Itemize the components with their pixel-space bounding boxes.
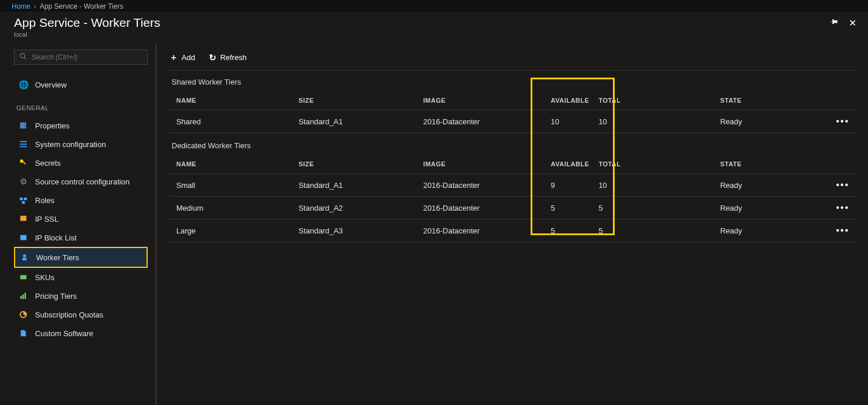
col-available[interactable]: AVAILABLE: [546, 155, 594, 174]
cell-available: 9: [546, 174, 594, 197]
svg-rect-18: [20, 296, 22, 299]
col-image[interactable]: IMAGE: [419, 155, 546, 174]
search-input[interactable]: [32, 53, 142, 61]
sku-icon: [19, 273, 28, 282]
cell-image: 2016-Datacenter: [419, 174, 546, 197]
svg-point-0: [20, 54, 25, 58]
quota-icon: [19, 310, 28, 319]
sidebar-item-overview[interactable]: 🌐 Overview: [14, 75, 148, 94]
table-row[interactable]: LargeStandard_A32016-Datacenter55Ready••…: [169, 219, 857, 242]
software-icon: [19, 329, 28, 338]
svg-rect-6: [20, 144, 27, 145]
row-menu-button[interactable]: •••: [836, 116, 849, 126]
sidebar-item-pricing[interactable]: Pricing Tiers: [14, 287, 148, 305]
roles-icon: [19, 195, 28, 205]
sidebar-item-custom-software[interactable]: Custom Software: [14, 324, 148, 343]
sidebar-item-secrets[interactable]: Secrets: [14, 153, 148, 172]
col-total[interactable]: TOTAL: [594, 155, 715, 174]
dedicated-table: NAME SIZE IMAGE AVAILABLE TOTAL STATE Sm…: [169, 155, 857, 242]
cell-image: 2016-Datacenter: [419, 110, 546, 133]
row-menu-button[interactable]: •••: [836, 225, 849, 235]
svg-rect-14: [20, 235, 27, 240]
cell-size: Standard_A1: [294, 110, 419, 133]
sidebar-item-label: SKUs: [35, 273, 54, 282]
search-input-wrap[interactable]: [14, 50, 148, 65]
cell-available: 5: [546, 197, 594, 219]
sidebar-item-ip-block[interactable]: IP Block List: [14, 228, 148, 247]
svg-rect-4: [25, 123, 26, 129]
col-size[interactable]: SIZE: [294, 155, 419, 174]
sidebar-item-label: Worker Tiers: [36, 253, 79, 262]
sidebar-item-label: Properties: [35, 121, 69, 130]
dedicated-section-title: Dedicated Worker Tiers: [172, 141, 857, 150]
row-menu-button[interactable]: •••: [836, 202, 849, 212]
breadcrumb-home[interactable]: Home: [12, 2, 30, 11]
col-state[interactable]: STATE: [716, 91, 831, 110]
sidebar-item-label: IP SSL: [35, 215, 58, 224]
cell-name: Small: [169, 174, 294, 197]
pin-icon[interactable]: [830, 18, 838, 28]
svg-point-15: [23, 254, 26, 257]
sidebar-item-label: Subscription Quotas: [35, 310, 103, 319]
sidebar-item-worker-tiers[interactable]: Worker Tiers: [14, 247, 148, 268]
sidebar-item-system-config[interactable]: System configuration: [14, 135, 148, 153]
cell-state: Ready: [716, 174, 831, 197]
sidebar-item-label: Roles: [35, 196, 54, 205]
cell-name: Shared: [169, 110, 294, 133]
add-button[interactable]: ＋ Add: [169, 52, 195, 63]
cell-total: 5: [594, 219, 715, 242]
block-list-icon: [19, 233, 28, 242]
cell-total: 10: [594, 110, 715, 133]
col-name[interactable]: NAME: [169, 91, 294, 110]
sidebar-item-label: Secrets: [35, 159, 61, 167]
table-row[interactable]: MediumStandard_A22016-Datacenter55Ready•…: [169, 197, 857, 219]
chevron-right-icon: ›: [34, 2, 36, 11]
sidebar-item-source-control[interactable]: ⚙ Source control configuration: [14, 172, 148, 191]
col-total[interactable]: TOTAL: [594, 91, 715, 110]
search-icon: [19, 53, 27, 62]
sidebar-item-skus[interactable]: SKUs: [14, 268, 148, 287]
certificate-icon: [19, 214, 28, 224]
sidebar-item-label: Custom Software: [35, 329, 93, 338]
svg-rect-3: [22, 123, 24, 129]
table-row[interactable]: SmallStandard_A12016-Datacenter910Ready•…: [169, 174, 857, 197]
sidebar-item-properties[interactable]: Properties: [14, 116, 148, 135]
shared-section-title: Shared Worker Tiers: [172, 78, 857, 86]
col-size[interactable]: SIZE: [294, 91, 419, 110]
row-menu-button[interactable]: •••: [836, 180, 849, 190]
svg-rect-10: [20, 198, 23, 200]
add-label: Add: [182, 53, 195, 62]
refresh-button[interactable]: ↻ Refresh: [209, 53, 247, 63]
refresh-label: Refresh: [220, 53, 247, 62]
col-image[interactable]: IMAGE: [419, 91, 546, 110]
sidebar-item-label: Overview: [35, 81, 67, 89]
page-subtitle: local: [14, 31, 161, 38]
sidebar-item-label: Source control configuration: [35, 177, 130, 186]
table-row[interactable]: SharedStandard_A12016-Datacenter1010Read…: [169, 110, 857, 133]
close-icon[interactable]: ✕: [849, 18, 856, 29]
col-name[interactable]: NAME: [169, 155, 294, 174]
cell-size: Standard_A1: [294, 174, 419, 197]
shared-table: NAME SIZE IMAGE AVAILABLE TOTAL STATE Sh…: [169, 91, 857, 133]
breadcrumb-current: App Service - Worker Tiers: [40, 2, 123, 11]
refresh-icon: ↻: [209, 53, 217, 63]
svg-rect-11: [24, 198, 27, 200]
plus-icon: ＋: [169, 52, 178, 63]
svg-rect-13: [20, 216, 27, 221]
sidebar-item-roles[interactable]: Roles: [14, 191, 148, 210]
col-state[interactable]: STATE: [716, 155, 831, 174]
pricing-icon: [19, 291, 28, 301]
sidebar-item-label: IP Block List: [35, 233, 76, 242]
globe-icon: 🌐: [19, 80, 28, 89]
col-available[interactable]: AVAILABLE: [546, 91, 594, 110]
cell-state: Ready: [716, 110, 831, 133]
svg-line-1: [24, 57, 26, 59]
sidebar-item-quotas[interactable]: Subscription Quotas: [14, 305, 148, 324]
sidebar-item-ip-ssl[interactable]: IP SSL: [14, 210, 148, 228]
cell-available: 5: [546, 219, 594, 242]
cell-name: Medium: [169, 197, 294, 219]
svg-rect-12: [22, 201, 25, 204]
cell-name: Large: [169, 219, 294, 242]
cell-total: 5: [594, 197, 715, 219]
breadcrumb: Home › App Service - Worker Tiers: [0, 0, 868, 12]
